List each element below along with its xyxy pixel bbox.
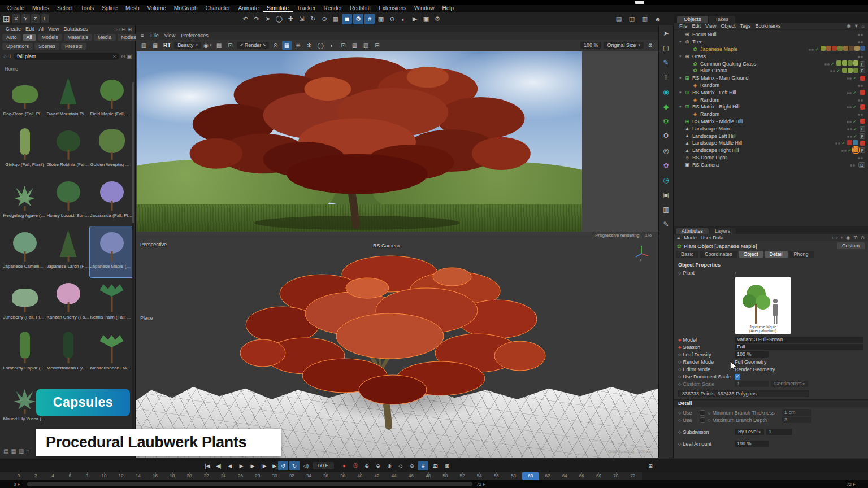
record-params-icon[interactable]: ◇ (396, 461, 406, 470)
visibility-dots[interactable] (857, 97, 863, 103)
asset-item[interactable]: Japanese Maple (Fall, ... (90, 226, 133, 277)
menu-item[interactable]: Edit (23, 25, 37, 33)
40[interactable]: 40 (351, 472, 368, 480)
grid2-icon[interactable]: ⊞ (372, 41, 382, 50)
visibility-dots[interactable] (857, 54, 863, 59)
tag-badge[interactable]: F (860, 61, 865, 67)
axis-lock-button[interactable]: Z (31, 14, 40, 23)
menu-item[interactable]: Mesh (121, 5, 143, 12)
tag-badge[interactable]: ⊡ (858, 162, 865, 168)
time-icon[interactable]: ◷ (661, 175, 671, 185)
menu-item[interactable]: Create (3, 25, 23, 33)
pingpong-icon[interactable]: ↺ (278, 461, 288, 470)
display-icon[interactable]: ▥ (661, 204, 671, 215)
menu-item[interactable]: Help (439, 5, 458, 12)
snowflake-icon[interactable]: ✻ (305, 41, 314, 50)
home-icon[interactable]: ⌂ (862, 23, 865, 29)
object-name[interactable]: Random (700, 97, 719, 103)
object-row[interactable]: Random (674, 82, 868, 89)
text-tool-icon[interactable]: T (661, 72, 671, 82)
16[interactable]: 16 (147, 472, 164, 480)
render-nav[interactable]: < Render > (237, 42, 269, 49)
cube-icon[interactable]: ▣ (661, 189, 671, 200)
snap-icon[interactable]: # (364, 14, 375, 24)
attribute-value-dropdown[interactable]: Render Geometry (735, 367, 775, 372)
enable-check[interactable]: ✓ (853, 133, 857, 139)
checker-icon[interactable]: ▩ (214, 41, 224, 50)
26[interactable]: 26 (232, 472, 249, 480)
minimize-icon[interactable]: ⊟ (121, 27, 126, 32)
asset-item[interactable]: Dwarf Mountain Pine (Fall... (46, 74, 90, 125)
object-name[interactable]: RS Matrix - Middle Hill (692, 119, 743, 124)
range-start-label[interactable]: 0 F (14, 482, 20, 487)
menu-item[interactable]: AI (37, 25, 46, 33)
enable-check[interactable]: ✓ (836, 68, 840, 73)
axis-l-button[interactable]: L (41, 14, 49, 23)
section-tab[interactable]: Detail (765, 251, 788, 258)
burger-icon[interactable]: ≡ (138, 32, 146, 40)
menu-item[interactable]: Object (718, 23, 737, 30)
redshift-tag[interactable] (860, 141, 865, 146)
primitive-cube-icon[interactable]: ▢ (661, 42, 671, 53)
manager-tab[interactable]: Objects (677, 16, 708, 23)
rt-label[interactable]: RT (162, 42, 172, 49)
20[interactable]: 20 (181, 472, 198, 480)
50[interactable]: 50 (437, 472, 454, 480)
menu-item[interactable]: View (703, 23, 718, 30)
menu-item[interactable]: Tools (77, 5, 98, 12)
object-row[interactable]: Blue Grama ✓ F (674, 67, 868, 75)
visibility-dots[interactable] (849, 162, 855, 168)
66[interactable]: 66 (573, 472, 590, 480)
custom-scale-unit-dropdown[interactable]: Centimeters (771, 381, 808, 387)
object-name[interactable]: Common Quaking Grass (700, 61, 756, 67)
lock-icon[interactable]: ⊙ (121, 54, 125, 59)
menu-item[interactable]: Simulate (263, 5, 293, 12)
object-row[interactable]: RS Matrix - Main Ground ✓ (674, 75, 868, 82)
shading-icon[interactable]: ◐ (398, 14, 409, 24)
record-rotation-icon[interactable]: ⊗ (384, 461, 394, 470)
visibility-dots[interactable] (846, 119, 852, 124)
object-row[interactable]: Random (674, 96, 868, 103)
visibility-dots[interactable] (846, 90, 852, 95)
filter-tab[interactable]: Models (38, 34, 62, 41)
expand-arrow-icon[interactable] (679, 76, 684, 80)
clear-search-icon[interactable]: × (113, 54, 116, 59)
42[interactable]: 42 (368, 472, 385, 480)
undo-icon[interactable]: ↶ (240, 14, 250, 24)
section-tab[interactable]: Object (739, 251, 763, 258)
keyframe-snap-icon[interactable]: # (418, 461, 428, 470)
object-name[interactable]: RS Matrix - Right Hill (692, 104, 740, 110)
next-key-icon[interactable]: |▶ (259, 461, 269, 470)
menu-item[interactable]: Extensions (375, 5, 410, 12)
54[interactable]: 54 (471, 472, 488, 480)
48[interactable]: 48 (420, 472, 437, 480)
filter-tab[interactable]: Presets (61, 43, 86, 50)
menu-item[interactable]: Bookmarks (753, 23, 783, 30)
up-icon[interactable]: ↑ (841, 235, 844, 241)
redshift-tag[interactable] (860, 104, 865, 110)
custom-scale-field[interactable]: 1 (735, 381, 769, 387)
menu-item[interactable]: File (677, 23, 690, 30)
film-icon[interactable]: ▦ (150, 41, 160, 50)
layout-c-icon[interactable]: ▥ (639, 14, 650, 24)
0[interactable]: 0 (10, 472, 27, 480)
object-name[interactable]: Landscape Left Hill (692, 133, 736, 139)
menu-item[interactable]: Character (202, 5, 235, 12)
size-dropdown[interactable]: Original Size (604, 42, 644, 49)
28[interactable]: 28 (249, 472, 266, 480)
view-grid-icon[interactable]: ▦ (11, 448, 16, 454)
filter-tab[interactable]: Media (94, 34, 116, 41)
object-name[interactable]: Grass (692, 54, 706, 59)
range-end-label[interactable]: 72 F (476, 482, 485, 487)
object-row[interactable]: Landscape Right Hill ✓ F (674, 147, 868, 154)
visibility-dots[interactable] (857, 32, 863, 37)
object-name[interactable]: Tree (692, 39, 702, 45)
menu-item[interactable]: Tracker (293, 5, 320, 12)
object-row[interactable]: RS Matrix - Middle Hill ✓ (674, 118, 868, 125)
range-groove[interactable] (27, 482, 472, 486)
visibility-dots[interactable] (857, 39, 863, 45)
material-chips[interactable] (847, 140, 858, 146)
menu-item[interactable]: Render (320, 5, 346, 12)
object-row[interactable]: RS Matrix - Right Hill ✓ (674, 103, 868, 111)
object-name[interactable]: Landscape Main (692, 126, 730, 132)
